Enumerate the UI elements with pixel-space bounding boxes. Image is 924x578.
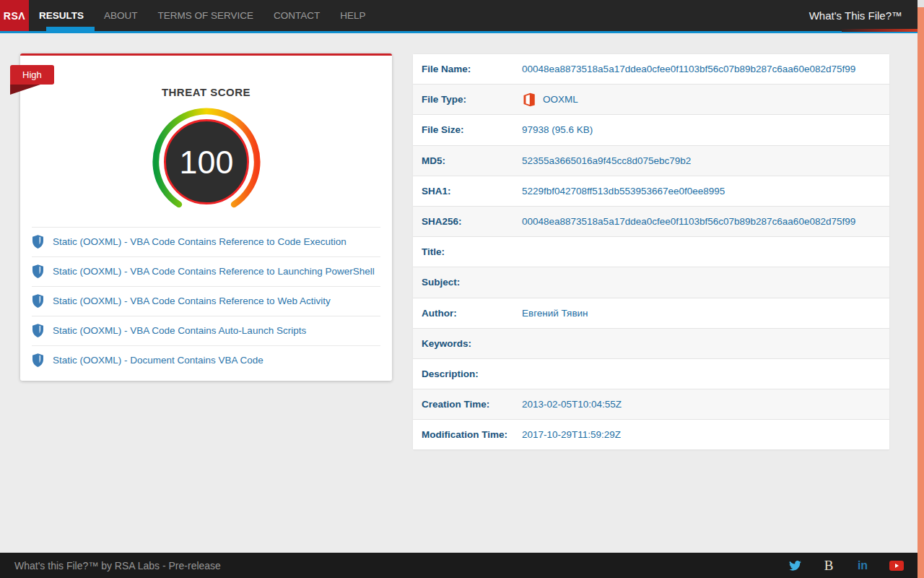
finding-label: Static (OOXML) - VBA Code Contains Refer…: [53, 236, 346, 247]
field-label: SHA256:: [413, 216, 522, 227]
table-row: Description:: [413, 359, 889, 389]
finding-label: Static (OOXML) - VBA Code Contains Refer…: [53, 266, 375, 277]
field-value: Евгений Тявин: [522, 308, 889, 319]
threat-score-value: 100: [179, 144, 233, 181]
gauge-svg: 100: [150, 105, 263, 218]
table-row: Author: Евгений Тявин: [413, 298, 889, 329]
finding-row[interactable]: Static (OOXML) - Document Contains VBA C…: [32, 345, 380, 375]
table-row: SHA1: 5229fbf042708ff513db553953667ee0f0…: [413, 176, 889, 207]
field-label: File Name:: [413, 64, 522, 74]
table-row: Modification Time: 2017-10-29T11:59:29Z: [413, 420, 889, 450]
nav-link[interactable]: HELP: [330, 0, 375, 31]
field-value-text: 97938 (95.6 KB): [522, 124, 593, 135]
field-label: MD5:: [413, 155, 522, 166]
accent-red-gradient: [842, 29, 918, 32]
field-value: 00048ea8873518a5a17ddea0cfee0f1103bf56c0…: [522, 216, 889, 227]
shield-icon: [32, 264, 43, 278]
field-value: 5229fbf042708ff513db553953667ee0f0ee8995: [522, 186, 889, 197]
field-value-text: 5229fbf042708ff513db553953667ee0f0ee8995: [522, 186, 725, 197]
scrollbar-track[interactable]: [918, 0, 924, 7]
field-value-text: Евгений Тявин: [522, 308, 588, 319]
table-row: File Size: 97938 (95.6 KB): [413, 115, 889, 145]
linkedin-icon[interactable]: in: [855, 558, 870, 573]
finding-row[interactable]: Static (OOXML) - VBA Code Contains Auto-…: [32, 316, 380, 345]
file-details-table: File Name: 00048ea8873518a5a17ddea0cfee0…: [413, 54, 889, 450]
finding-label: Static (OOXML) - VBA Code Contains Refer…: [53, 296, 331, 306]
table-row: Title:: [413, 237, 889, 267]
finding-row[interactable]: Static (OOXML) - VBA Code Contains Refer…: [32, 256, 380, 286]
table-row: File Type: OOXML: [413, 85, 889, 115]
field-value-text: 00048ea8873518a5a17ddea0cfee0f1103bf56c0…: [522, 64, 855, 74]
field-label: File Type:: [413, 94, 522, 105]
finding-label: Static (OOXML) - Document Contains VBA C…: [53, 355, 263, 366]
nav-link-label: HELP: [340, 10, 365, 21]
field-label: Modification Time:: [413, 429, 522, 440]
nav-link-label: ABOUT: [104, 10, 138, 21]
social-links: B in: [788, 558, 904, 573]
twitter-icon[interactable]: [788, 558, 802, 573]
field-value-text: 2017-10-29T11:59:29Z: [522, 429, 621, 440]
nav-link-label: TERMS OF SERVICE: [158, 10, 254, 21]
field-label: Author:: [413, 308, 522, 319]
footer-text: What's this File?™ by RSA Labs - Pre-rel…: [0, 560, 221, 571]
field-label: Subject:: [413, 277, 522, 288]
footer: What's this File?™ by RSA Labs - Pre-rel…: [0, 553, 924, 578]
field-label: Title:: [413, 246, 522, 257]
field-value: 2017-10-29T11:59:29Z: [522, 429, 889, 440]
finding-label: Static (OOXML) - VBA Code Contains Auto-…: [53, 325, 306, 336]
field-value: 97938 (95.6 KB): [522, 124, 889, 135]
shield-icon: [32, 324, 43, 337]
nav-link-label: CONTACT: [274, 10, 320, 21]
nav-link-label: RESULTS: [39, 10, 84, 21]
app-title: What's This File?™: [809, 0, 924, 31]
table-row: Subject:: [413, 267, 889, 298]
nav-link[interactable]: TERMS OF SERVICE: [148, 0, 264, 31]
active-tab-indicator: [46, 27, 95, 33]
nav-link[interactable]: ABOUT: [94, 0, 148, 31]
field-label: SHA1:: [413, 186, 522, 197]
findings-list: Static (OOXML) - VBA Code Contains Refer…: [20, 227, 392, 375]
shield-icon: [32, 353, 43, 367]
threat-gauge: 100: [150, 105, 263, 221]
severity-badge: High: [10, 65, 54, 85]
table-row: Keywords:: [413, 329, 889, 359]
field-label: Creation Time:: [413, 399, 522, 410]
rsa-logo[interactable]: RSΛ: [0, 0, 29, 31]
field-value-text: 52355a3665016a9f45cc8d075ebc79b2: [522, 155, 691, 166]
field-value: OOXML: [522, 92, 889, 108]
field-label: Description:: [413, 368, 522, 379]
scrollbar-thumb[interactable]: [918, 7, 924, 578]
shield-icon: [32, 235, 43, 249]
office-file-icon: [522, 92, 536, 108]
table-row: File Name: 00048ea8873518a5a17ddea0cfee0…: [413, 54, 889, 85]
threat-score-title: THREAT SCORE: [20, 86, 392, 98]
shield-icon: [32, 294, 43, 308]
table-row: Creation Time: 2013-02-05T10:04:55Z: [413, 389, 889, 420]
youtube-icon[interactable]: [889, 558, 904, 573]
nav-link[interactable]: CONTACT: [263, 0, 330, 31]
field-value-text: OOXML: [543, 94, 578, 105]
field-value: 52355a3665016a9f45cc8d075ebc79b2: [522, 155, 889, 166]
field-label: File Size:: [413, 124, 522, 135]
b-icon[interactable]: B: [821, 558, 836, 573]
rsa-logo-text: RSΛ: [4, 10, 25, 22]
top-navbar: RSΛ RESULTSABOUTTERMS OF SERVICECONTACTH…: [0, 0, 924, 31]
finding-row[interactable]: Static (OOXML) - VBA Code Contains Refer…: [32, 227, 380, 256]
field-value: 00048ea8873518a5a17ddea0cfee0f1103bf56c0…: [522, 64, 889, 74]
field-label: Keywords:: [413, 338, 522, 349]
table-row: SHA256: 00048ea8873518a5a17ddea0cfee0f11…: [413, 207, 889, 237]
threat-score-card: High THREAT SCORE 100: [20, 53, 392, 381]
field-value-text: 00048ea8873518a5a17ddea0cfee0f1103bf56c0…: [522, 216, 855, 227]
field-value: 2013-02-05T10:04:55Z: [522, 399, 889, 410]
finding-row[interactable]: Static (OOXML) - VBA Code Contains Refer…: [32, 286, 380, 316]
accent-line: [0, 31, 924, 33]
table-row: MD5: 52355a3665016a9f45cc8d075ebc79b2: [413, 146, 889, 176]
field-value-text: 2013-02-05T10:04:55Z: [522, 399, 622, 410]
